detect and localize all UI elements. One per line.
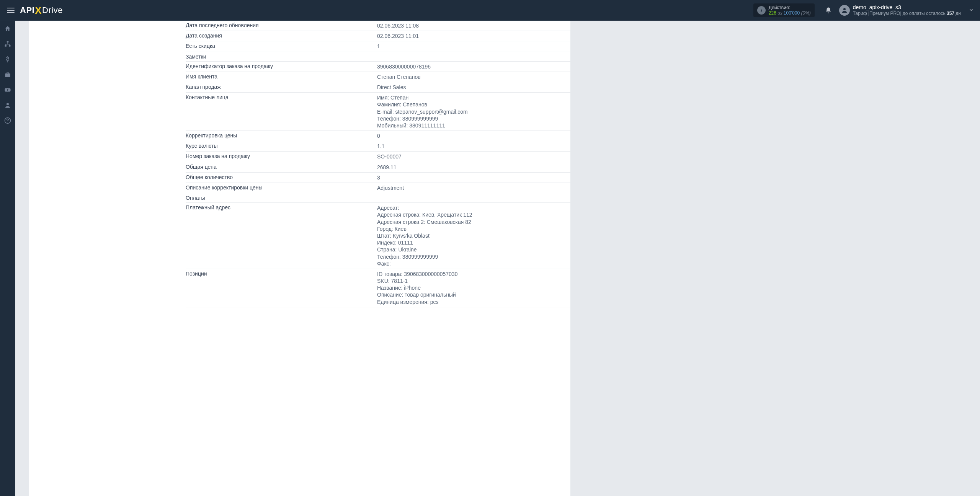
user-days-suffix: дн xyxy=(954,11,961,16)
svg-rect-4 xyxy=(5,73,10,77)
row-label: Корректировка цены xyxy=(186,131,377,141)
row-value: ID товара: 390683000000057030 SKU: 7811-… xyxy=(377,269,570,307)
sidebar-item-account[interactable] xyxy=(0,98,15,113)
row-label: Курс валюты xyxy=(186,141,377,152)
actions-count: 226 xyxy=(769,10,776,16)
svg-rect-1 xyxy=(7,41,9,43)
actions-total: 100'000 xyxy=(784,10,800,16)
row-value: Direct Sales xyxy=(377,82,570,92)
sidebar-item-video[interactable] xyxy=(0,82,15,98)
sidebar-item-projects[interactable] xyxy=(0,67,15,82)
table-row: Описание корректировки ценыAdjustment xyxy=(186,183,570,193)
sidebar-item-billing[interactable] xyxy=(0,52,15,67)
row-label: Оплаты xyxy=(186,193,377,203)
row-value: 390683000000078196 xyxy=(377,61,570,72)
row-label: Заметки xyxy=(186,52,377,61)
content-area: Дата последнего обновления02.06.2023 11:… xyxy=(15,21,980,496)
row-value: Adjustment xyxy=(377,183,570,193)
table-row: Дата создания02.06.2023 11:01 xyxy=(186,31,570,41)
svg-point-9 xyxy=(7,122,8,122)
sidebar-item-help[interactable] xyxy=(0,113,15,128)
svg-rect-3 xyxy=(9,45,11,47)
sidebar-item-home[interactable] xyxy=(0,21,15,36)
question-icon xyxy=(4,117,11,124)
table-row: Имя клиентаСтепан Степанов xyxy=(186,72,570,82)
row-value: 2689.11 xyxy=(377,162,570,172)
user-menu[interactable]: demo_apix-drive_s3 Тариф |Премиум PRO| д… xyxy=(839,4,977,16)
row-label: Общая цена xyxy=(186,162,377,172)
logo-text-api: API xyxy=(20,5,34,15)
briefcase-icon xyxy=(4,71,11,78)
svg-point-7 xyxy=(7,103,9,105)
table-row: Корректировка цены0 xyxy=(186,131,570,141)
row-value: 1 xyxy=(377,41,570,52)
user-days: 357 xyxy=(947,11,954,16)
user-after-text: | до оплаты осталось xyxy=(900,11,947,16)
table-row: Номер заказа на продажуSO-00007 xyxy=(186,152,570,162)
user-name: demo_apix-drive_s3 xyxy=(853,4,961,11)
actions-pct: (0%) xyxy=(800,10,811,16)
row-label: Общее количество xyxy=(186,172,377,183)
person-icon xyxy=(841,7,848,14)
brand-logo[interactable]: API X Drive xyxy=(20,5,63,16)
avatar xyxy=(839,5,850,16)
table-row: Курс валюты1.1 xyxy=(186,141,570,152)
info-icon: i xyxy=(757,6,766,15)
actions-of: из xyxy=(776,10,784,16)
row-label: Дата создания xyxy=(186,31,377,41)
user-tariff-label: Тариф | xyxy=(853,11,869,16)
row-value: Степан Степанов xyxy=(377,72,570,82)
logo-text-drive: Drive xyxy=(42,5,63,15)
sitemap-icon xyxy=(4,41,11,47)
actions-text: Действия: 226 из 100'000 (0%) xyxy=(769,5,811,16)
table-row: Есть скидка1 xyxy=(186,41,570,52)
hamburger-icon xyxy=(7,6,15,15)
row-label: Контактные лица xyxy=(186,93,377,131)
row-label: Номер заказа на продажу xyxy=(186,152,377,162)
chevron-down-icon xyxy=(969,7,974,14)
user-plan-line: Тариф |Премиум PRO| до оплаты осталось 3… xyxy=(853,11,961,16)
row-value: 02.06.2023 11:08 xyxy=(377,21,570,31)
home-icon xyxy=(4,25,11,32)
top-header: API X Drive i Действия: 226 из 100'000 (… xyxy=(0,0,980,21)
row-value: 02.06.2023 11:01 xyxy=(377,31,570,41)
user-icon xyxy=(4,102,11,109)
bell-icon xyxy=(825,7,832,14)
table-row: Контактные лицаИмя: Степан Фамилия: Спеп… xyxy=(186,93,570,131)
row-label: Дата последнего обновления xyxy=(186,21,377,31)
table-row: Оплаты xyxy=(186,193,570,203)
youtube-icon xyxy=(4,86,11,93)
row-value: Адресат: Адресная строка: Киев, Хрещатик… xyxy=(377,203,570,269)
table-row: Платежный адресАдресат: Адресная строка:… xyxy=(186,203,570,269)
table-row: Дата последнего обновления02.06.2023 11:… xyxy=(186,21,570,31)
detail-table: Дата последнего обновления02.06.2023 11:… xyxy=(186,21,570,307)
svg-rect-2 xyxy=(5,45,7,47)
sidebar-item-connections[interactable] xyxy=(0,36,15,52)
actions-counter[interactable]: i Действия: 226 из 100'000 (0%) xyxy=(753,3,815,17)
row-value: SO-00007 xyxy=(377,152,570,162)
user-tariff-name: Премиум PRO xyxy=(869,11,900,16)
row-value xyxy=(377,193,570,203)
menu-toggle-button[interactable] xyxy=(3,0,18,21)
row-label: Канал продаж xyxy=(186,82,377,92)
row-label: Имя клиента xyxy=(186,72,377,82)
logo-text-x: X xyxy=(35,5,42,16)
row-value: 1.1 xyxy=(377,141,570,152)
notifications-button[interactable] xyxy=(821,7,836,14)
row-label: Платежный адрес xyxy=(186,203,377,269)
row-value: Имя: Степан Фамилия: Спепанов E-mail: st… xyxy=(377,93,570,131)
table-row: Канал продажDirect Sales xyxy=(186,82,570,92)
detail-card: Дата последнего обновления02.06.2023 11:… xyxy=(29,21,570,496)
row-value: 3 xyxy=(377,172,570,183)
svg-point-0 xyxy=(843,8,846,10)
table-row: Идентификатор заказа на продажу390683000… xyxy=(186,61,570,72)
row-value: 0 xyxy=(377,131,570,141)
row-label: Идентификатор заказа на продажу xyxy=(186,61,377,72)
row-value xyxy=(377,52,570,61)
left-sidebar xyxy=(0,21,15,496)
table-row: Заметки xyxy=(186,52,570,61)
row-label: Есть скидка xyxy=(186,41,377,52)
user-text: demo_apix-drive_s3 Тариф |Премиум PRO| д… xyxy=(853,4,961,16)
table-row: ПозицииID товара: 390683000000057030 SKU… xyxy=(186,269,570,307)
row-label: Описание корректировки цены xyxy=(186,183,377,193)
